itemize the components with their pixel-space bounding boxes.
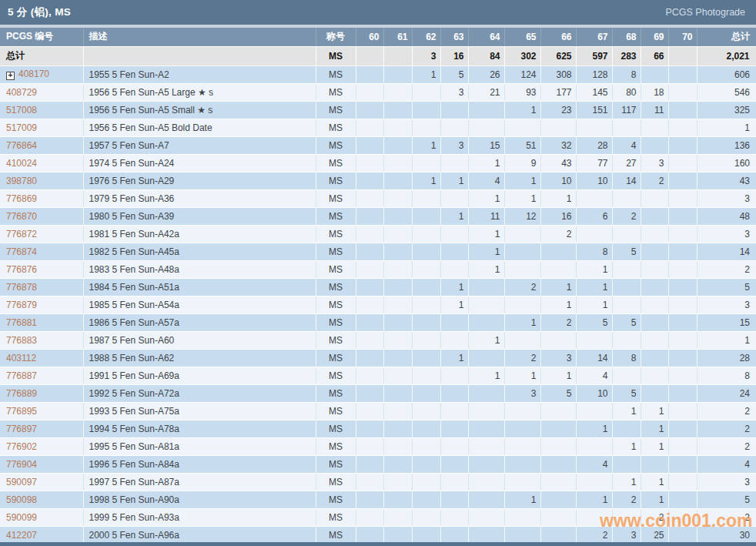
grade-68-cell: 4: [612, 136, 641, 154]
pcgs-number-link[interactable]: 776897: [6, 424, 37, 434]
grade-67-cell: 8: [576, 243, 612, 260]
total-cell: 5: [697, 278, 756, 296]
pcgs-number-link[interactable]: 517009: [6, 122, 37, 133]
pcgs-number-link[interactable]: 776887: [6, 370, 37, 381]
col-header-grade-65: 65: [504, 28, 540, 46]
grade-60-cell: [356, 260, 383, 278]
pcgs-number-cell: 776876: [0, 260, 83, 278]
pcgs-number-link[interactable]: 408170: [18, 69, 49, 79]
grade-68-cell: 1: [612, 473, 641, 491]
pcgs-number-link[interactable]: 398780: [6, 176, 37, 186]
grade-62-cell: [412, 402, 440, 420]
table-row: 7768951993 5 Fen Sun-A75aMS112: [0, 402, 756, 420]
grade-60-cell: [356, 473, 383, 491]
grade-70-cell: [668, 119, 697, 136]
pcgs-number-link[interactable]: 776902: [6, 441, 37, 452]
pcgs-number-link[interactable]: 590099: [6, 512, 37, 523]
pcgs-number-link[interactable]: 517008: [6, 105, 37, 116]
grade-63-cell: [440, 437, 468, 455]
designation-cell: MS: [316, 119, 356, 136]
pcgs-number-link[interactable]: 776895: [6, 406, 37, 417]
pcgs-number-link[interactable]: 776878: [6, 282, 37, 293]
grade-64-cell: [468, 437, 504, 455]
pcgs-number-link[interactable]: 412207: [6, 530, 37, 541]
designation-cell: MS: [316, 83, 356, 101]
expand-icon[interactable]: +: [6, 72, 15, 80]
grade-60-cell: [356, 65, 383, 83]
grade-67-cell: [576, 473, 612, 491]
total-cell: 3: [697, 189, 756, 207]
pcgs-number-link[interactable]: 776872: [6, 229, 37, 240]
pcgs-number-link[interactable]: 776874: [6, 246, 37, 257]
pcgs-number-link[interactable]: 776870: [6, 211, 37, 222]
grade-63-cell: [440, 455, 468, 473]
photograde-link[interactable]: PCGS Photograde: [665, 7, 745, 18]
pcgs-number-link[interactable]: 776881: [6, 317, 37, 328]
grade-68-cell: 8: [612, 349, 641, 367]
grade-69-cell: [641, 278, 668, 296]
grade-68-cell: [612, 508, 641, 526]
pcgs-number-link[interactable]: 590098: [6, 494, 37, 505]
grade-70-cell: [668, 420, 697, 437]
grade-65-cell: 1: [504, 101, 540, 119]
grade-70-cell: [668, 384, 697, 402]
designation-cell: MS: [316, 207, 356, 225]
grade-63-cell: [440, 225, 468, 243]
grade-65-cell: 124: [504, 65, 540, 83]
grade-64-cell: [468, 101, 504, 119]
table-row: 4087291956 5 Fen Sun-A5 Large ★ sMS32193…: [0, 83, 756, 101]
grade-64-cell: [468, 278, 504, 296]
pcgs-number-cell: 408729: [0, 83, 83, 101]
grade-68-cell: [612, 278, 641, 296]
pcgs-number-link[interactable]: 403112: [6, 353, 36, 363]
description-cell: 1988 5 Fen Sun-A62: [83, 349, 316, 367]
designation-cell: MS: [316, 508, 356, 526]
grade-65-cell: 3: [504, 384, 540, 402]
pcgs-number-link[interactable]: 776869: [6, 193, 37, 204]
pcgs-number-link[interactable]: 590097: [6, 477, 37, 487]
totals-grade-68: 283: [612, 46, 641, 65]
grade-69-cell: [641, 243, 668, 260]
pcgs-number-link[interactable]: 776904: [6, 459, 37, 470]
pcgs-number-link[interactable]: 776864: [6, 140, 37, 151]
grade-64-cell: [468, 384, 504, 402]
total-cell: 3: [697, 473, 756, 491]
grade-68-cell: [612, 225, 641, 243]
grade-67-cell: 6: [576, 207, 612, 225]
grade-68-cell: 117: [612, 101, 641, 119]
grade-65-cell: [504, 296, 540, 313]
totals-designation: MS: [316, 46, 356, 65]
description-cell: 1995 5 Fen Sun-A81a: [83, 437, 316, 455]
grade-64-cell: [468, 491, 504, 508]
pcgs-number-link[interactable]: 776889: [6, 388, 37, 399]
pcgs-number-link[interactable]: 776876: [6, 264, 37, 275]
grade-67-cell: [576, 508, 612, 526]
col-header-description: 描述: [83, 28, 316, 46]
grade-62-cell: [412, 349, 440, 367]
grade-63-cell: [440, 243, 468, 260]
table-row: 7768781984 5 Fen Sun-A51aMS12115: [0, 278, 756, 296]
pcgs-number-link[interactable]: 776879: [6, 300, 37, 310]
totals-grade-64: 84: [468, 46, 504, 65]
table-row: 4122072000 5 Fen Sun-A96aMS232530: [0, 526, 756, 544]
pcgs-population-page: 5 分 (铝), MS PCGS Photograde PCGS 编号 描述 称…: [0, 0, 756, 546]
grade-68-cell: [612, 420, 641, 437]
grade-68-cell: 5: [612, 313, 641, 331]
pcgs-number-link[interactable]: 410024: [6, 158, 37, 169]
grade-67-cell: 10: [576, 384, 612, 402]
grade-68-cell: 14: [612, 172, 641, 189]
description-cell: 1997 5 Fen Sun-A87a: [83, 473, 316, 491]
grade-69-cell: 3: [641, 154, 668, 172]
table-row: 3987801976 5 Fen Sun-A29MS1141101014243: [0, 172, 756, 189]
grade-62-cell: [412, 491, 440, 508]
grade-70-cell: [668, 437, 697, 455]
grade-70-cell: [668, 65, 697, 83]
pcgs-number-link[interactable]: 776883: [6, 335, 37, 346]
pcgs-number-cell: 776870: [0, 207, 83, 225]
pcgs-number-link[interactable]: 408729: [6, 87, 37, 98]
pcgs-number-cell: 398780: [0, 172, 83, 189]
description-cell: 1985 5 Fen Sun-A54a: [83, 296, 316, 313]
grade-66-cell: 2: [540, 225, 576, 243]
total-cell: 3: [697, 296, 756, 313]
grade-62-cell: [412, 225, 440, 243]
